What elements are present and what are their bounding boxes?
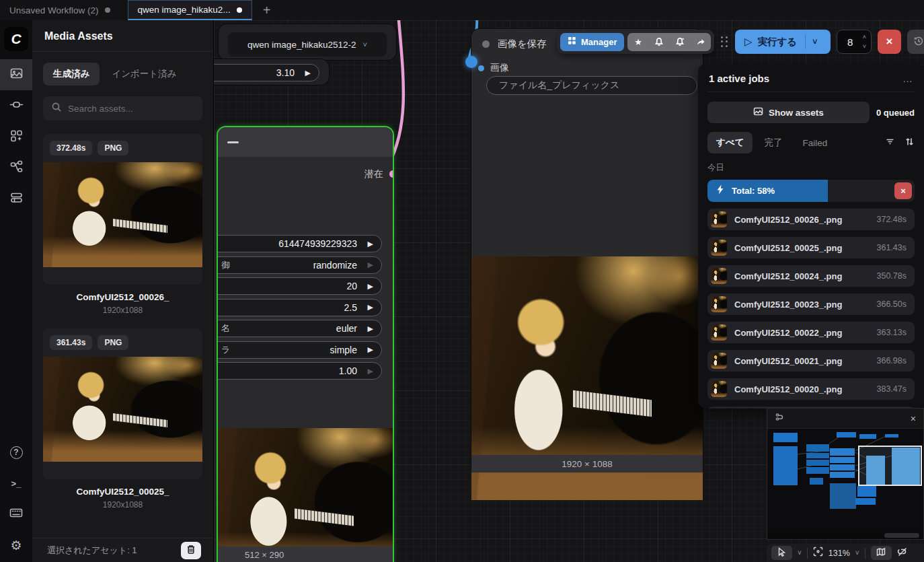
tab-generated[interactable]: 生成済み (43, 63, 100, 85)
sort-icon[interactable] (904, 137, 915, 149)
image-size-caption: 1920 × 1088 (471, 455, 703, 472)
asset-badges: 372.48s PNG (43, 134, 202, 162)
node-widget[interactable]: 20 ▶ (217, 277, 382, 295)
sidebar-item-templates[interactable] (0, 183, 32, 214)
search-input[interactable] (68, 104, 194, 114)
show-assets-button[interactable]: Show assets (707, 102, 870, 123)
node-widget[interactable]: 2.5 ▶ (217, 299, 382, 316)
panel-title: Media Assets (32, 20, 213, 52)
link-visibility-icon[interactable] (775, 412, 785, 425)
save-image-node[interactable]: 画像を保存 画像 ファイル名_プレフィックス 1920 × 1088 (471, 28, 703, 479)
history-button[interactable] (907, 30, 924, 54)
job-duration: 372.48s (877, 215, 907, 224)
delete-asset-button[interactable] (181, 542, 201, 559)
collapse-dot-icon[interactable] (482, 40, 490, 48)
toggle-links-icon[interactable] (897, 547, 908, 560)
chevron-down-icon[interactable]: ˅ (812, 37, 817, 46)
toolbar-drag-handle[interactable] (721, 36, 728, 48)
sidebar-item-shortcuts[interactable] (0, 499, 32, 530)
chevron-down-icon[interactable]: ˅ (855, 549, 859, 557)
batch-count-input[interactable]: 8 ˄ ˅ (837, 30, 872, 54)
pointer-tool-button[interactable] (771, 546, 792, 560)
asset-card[interactable]: 372.48s PNG ComfyUI2512_00026_ 1920x1088 (43, 134, 202, 315)
bell-icon[interactable] (648, 33, 669, 51)
tab-imported[interactable]: インポート済み (112, 68, 176, 80)
tab-failed[interactable]: Failed (794, 133, 836, 153)
cancel-job-button[interactable]: × (894, 182, 912, 199)
new-workflow-button[interactable]: + (252, 0, 282, 20)
star-icon[interactable]: ★ (627, 33, 648, 51)
filter-icon[interactable] (885, 137, 895, 149)
model-sampling-node[interactable]: 3.10 ▶ (214, 59, 330, 85)
job-row[interactable]: ComfyUI2512_00024_.png 350.78s (707, 265, 915, 287)
node-widget[interactable]: ラ simple ▶ (217, 341, 382, 359)
sidebar-item-help[interactable]: ? (0, 437, 32, 468)
arrow-right-icon[interactable]: ▶ (368, 260, 373, 269)
minimap-toggle-button[interactable] (871, 546, 892, 560)
toolbar-divider (807, 548, 808, 559)
comfyui-logo[interactable]: C (4, 27, 28, 51)
shift-widget[interactable]: 3.10 ▶ (214, 64, 319, 81)
model-select-widget[interactable]: qwen image_hikaku2512-2 ˅ (228, 32, 387, 57)
tab-done[interactable]: 完了 (755, 132, 791, 153)
run-label: 実行する (758, 36, 798, 48)
node-widget[interactable]: 名 euler ▶ (217, 320, 382, 337)
sidebar-item-media-assets[interactable] (0, 59, 32, 90)
show-assets-label: Show assets (769, 108, 824, 118)
sidebar-item-model-library[interactable] (0, 90, 32, 121)
model-loader-node[interactable]: qwen image_hikaku2512-2 ˅ (218, 24, 397, 61)
progress-label: Total: 58% (732, 186, 775, 196)
tab-current-workflow[interactable]: qwen image_hikaku2... (128, 0, 252, 20)
image-input-socket-active[interactable] (465, 56, 477, 68)
history-clock-icon (913, 36, 924, 48)
queue-actions-row: Show assets 0 queued (707, 102, 915, 123)
tab-all[interactable]: すべて (707, 132, 753, 153)
sidebar-item-workflows[interactable] (0, 152, 32, 183)
stepper-up-icon[interactable]: ˄ (863, 32, 866, 42)
asset-card[interactable]: 361.43s PNG ComfyUI2512_00025_ 1920x1088 (43, 328, 202, 510)
run-button[interactable]: ▷ 実行する ˅ (735, 30, 831, 54)
arrow-right-icon[interactable]: ▶ (368, 367, 373, 376)
minimap-map[interactable] (767, 429, 923, 532)
job-row[interactable]: ComfyUI2512_00025_.png 361.43s (707, 237, 915, 258)
job-row[interactable]: ComfyUI2512_00021_.png 366.98s (707, 350, 915, 372)
bell-badge-icon[interactable] (669, 33, 690, 51)
arrow-right-icon[interactable]: ▶ (368, 282, 373, 291)
job-row[interactable]: ComfyUI2512_00022_.png 363.13s (707, 322, 915, 343)
sidebar-item-settings[interactable]: ⚙ (0, 530, 32, 561)
job-duration: 366.50s (877, 300, 907, 309)
filename-prefix-widget[interactable]: ファイル名_プレフィックス (486, 76, 697, 95)
image-input-socket[interactable] (478, 65, 484, 71)
job-row[interactable]: ComfyUI2512_00020_.png 383.47s (707, 378, 915, 400)
ksampler-node[interactable]: 潜在 614474939229323 ▶ 御 randomize ▶ (217, 126, 394, 562)
job-filename: ComfyUI2512_00023_.png (734, 300, 842, 310)
close-icon[interactable]: × (911, 413, 916, 424)
sidebar-item-terminal[interactable]: >_ (0, 468, 32, 499)
manager-button[interactable]: Manager (560, 33, 624, 51)
tab-unsaved-workflow[interactable]: Unsaved Workflow (2) (0, 0, 120, 20)
node-widget[interactable]: 御 randomize ▶ (217, 256, 382, 274)
arrow-right-icon[interactable]: ▶ (368, 303, 373, 312)
chevron-down-icon[interactable]: ˅ (798, 549, 802, 557)
share-icon[interactable] (690, 33, 711, 51)
fit-view-icon[interactable] (813, 547, 823, 559)
interrupt-button[interactable]: × (878, 30, 901, 54)
sidebar-item-node-library[interactable] (0, 121, 32, 152)
image-icon (753, 106, 763, 118)
job-row[interactable]: ComfyUI2512_00026_.png 372.48s (707, 209, 915, 230)
media-assets-panel: Media Assets 生成済み インポート済み 372.48s PNG (32, 20, 214, 562)
minimap-viewport[interactable] (858, 446, 922, 486)
scrollbar-thumb[interactable] (884, 533, 919, 538)
zoom-level[interactable]: 131% (829, 549, 850, 558)
latent-output-socket[interactable] (389, 170, 394, 178)
arrow-right-icon[interactable]: ▶ (368, 345, 373, 354)
node-widget[interactable]: 1.00 ▶ (217, 362, 382, 380)
ksampler-title-bar[interactable] (218, 127, 393, 157)
stepper-down-icon[interactable]: ˅ (863, 42, 866, 51)
job-row[interactable]: ComfyUI2512_00023_.png 366.50s (707, 293, 915, 315)
node-widget[interactable]: 614474939229323 ▶ (217, 235, 382, 252)
arrow-right-icon[interactable]: ▶ (368, 240, 373, 248)
queue-menu-button[interactable]: … (902, 73, 913, 84)
arrow-right-icon[interactable]: ▶ (368, 324, 373, 333)
minimap-scrollbar (767, 532, 923, 539)
